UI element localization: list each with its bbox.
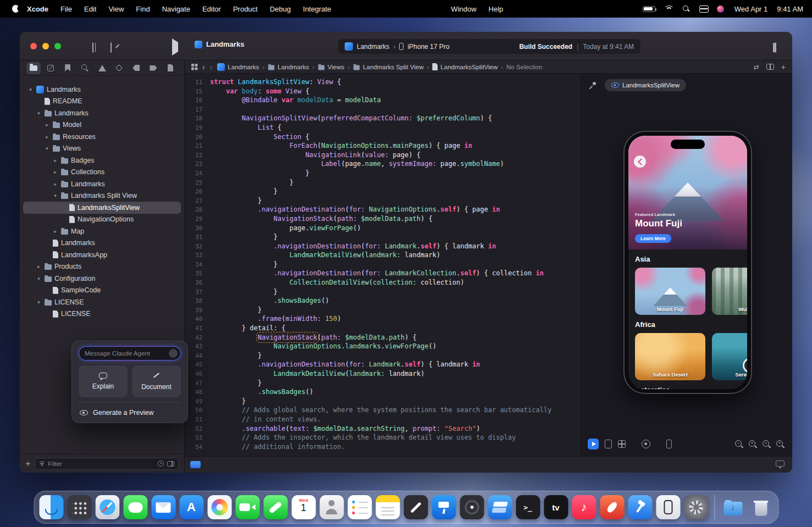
- line-number[interactable]: 53: [185, 433, 210, 442]
- line-number[interactable]: 25: [185, 178, 210, 187]
- forward-button[interactable]: ›: [210, 63, 213, 71]
- code-line-43[interactable]: 43 NavigationOptions.landmarks.viewForPa…: [185, 342, 581, 351]
- control-center-icon[interactable]: [699, 5, 708, 13]
- disclosure-triangle[interactable]: ▸: [36, 264, 42, 269]
- line-number[interactable]: 38: [185, 296, 210, 306]
- add-editor-icon[interactable]: +: [781, 63, 786, 71]
- navigator-item-landmarkssplitview[interactable]: LandmarksSplitView: [23, 202, 181, 214]
- code-line-50[interactable]: 50 // Adds global search, where the syst…: [185, 406, 581, 415]
- line-number[interactable]: 54: [185, 442, 210, 452]
- navigator-item-collections[interactable]: ▸Collections: [23, 167, 181, 179]
- disclosure-triangle[interactable]: ▸: [52, 181, 58, 187]
- code-line-23[interactable]: 23 Label(page.name, systemImage: page.sy…: [185, 159, 581, 169]
- menu-navigate[interactable]: Navigate: [162, 5, 190, 13]
- navigator-item-readme[interactable]: README: [23, 96, 181, 108]
- menu-edit[interactable]: Edit: [84, 5, 96, 13]
- navigator-tab-reports[interactable]: [163, 62, 178, 74]
- dock-messages-icon[interactable]: [123, 495, 147, 519]
- scheme-name[interactable]: Landmarks: [357, 43, 389, 51]
- navigator-item-landmarks[interactable]: ▾Landmarks: [23, 107, 181, 119]
- featured-landmark-hero[interactable]: Featured Landmark Mount Fuji Learn More: [628, 136, 747, 249]
- landmark-card-wuling[interactable]: Wuling: [712, 268, 747, 315]
- code-line-27[interactable]: 27 }: [185, 196, 581, 206]
- navigator-tab-tests[interactable]: [112, 62, 126, 74]
- code-line-11[interactable]: 11struct LandmarksSplitView: View {: [185, 77, 581, 87]
- disclosure-triangle[interactable]: ▾: [36, 299, 42, 305]
- navigator-item-navigationoptions[interactable]: NavigationOptions: [23, 214, 181, 226]
- navigator-item-landmarks[interactable]: Landmarks: [23, 237, 181, 249]
- editor-options-icon[interactable]: [111, 42, 112, 53]
- spotlight-icon[interactable]: [683, 5, 690, 13]
- zoom-out-icon[interactable]: −: [734, 440, 744, 450]
- code-line-37[interactable]: 37 }: [185, 287, 581, 297]
- code-line-31[interactable]: 31 }: [185, 232, 581, 242]
- disclosure-triangle[interactable]: ▸: [52, 158, 58, 163]
- code-line-28[interactable]: 28 .navigationDestination(for: Navigatio…: [185, 205, 581, 214]
- back-button[interactable]: ‹: [202, 63, 205, 71]
- jumpbar-crumb-views[interactable]: Views: [318, 64, 344, 70]
- dock-mail-icon[interactable]: [151, 495, 175, 519]
- source-editor[interactable]: 11struct LandmarksSplitView: View {15 va…: [185, 74, 581, 456]
- code-line-48[interactable]: 48 .showsBadges(): [185, 387, 581, 397]
- code-line-15[interactable]: 15 var body: some View {: [185, 87, 581, 96]
- preview-target-badge[interactable]: LandmarksSplitView: [605, 79, 686, 91]
- preview-selectable-icon[interactable]: [605, 440, 612, 448]
- code-line-46[interactable]: 46 LandmarkDetailView(landmark: landmark…: [185, 369, 581, 379]
- menu-help[interactable]: Help: [489, 5, 504, 13]
- document-button[interactable]: Document: [132, 365, 181, 397]
- dock-facetime-icon[interactable]: [235, 495, 259, 519]
- navigator-item-products[interactable]: ▸Products: [23, 261, 181, 273]
- code-review-icon[interactable]: ⇄: [754, 63, 759, 71]
- dock-app-store-icon[interactable]: [179, 495, 203, 519]
- dock-gauge-icon[interactable]: [460, 495, 484, 519]
- siri-icon[interactable]: [717, 5, 724, 13]
- line-number[interactable]: 39: [185, 306, 210, 315]
- color-scheme-variants-icon[interactable]: [642, 440, 650, 448]
- line-number[interactable]: 32: [185, 242, 210, 251]
- line-number[interactable]: 31: [185, 232, 210, 242]
- dock-trash-icon[interactable]: [749, 495, 773, 519]
- menu-time[interactable]: 9:41 AM: [777, 5, 803, 13]
- navigator-item-views[interactable]: ▾Views: [23, 143, 181, 155]
- line-number[interactable]: 20: [185, 132, 210, 142]
- live-preview-button[interactable]: [588, 439, 599, 450]
- display-icon[interactable]: [776, 461, 785, 467]
- line-number[interactable]: 41: [185, 324, 210, 333]
- jumpbar-crumb-no-selection[interactable]: No Selection: [506, 64, 542, 70]
- code-line-36[interactable]: 36 CollectionDetailView(collection: coll…: [185, 278, 581, 287]
- dock-iphone-mirroring-icon[interactable]: [656, 495, 680, 519]
- line-number[interactable]: 16: [185, 96, 210, 105]
- menu-find[interactable]: Find: [136, 5, 150, 13]
- sccm-filter-icon[interactable]: [167, 461, 174, 467]
- line-number[interactable]: 29: [185, 214, 210, 224]
- line-number[interactable]: 30: [185, 224, 210, 233]
- line-number[interactable]: 36: [185, 278, 210, 287]
- wifi-icon[interactable]: [665, 5, 673, 12]
- menu-window[interactable]: Window: [451, 5, 476, 13]
- disclosure-triangle[interactable]: ▾: [52, 193, 58, 198]
- dock-xcode-icon[interactable]: [628, 495, 652, 519]
- disclosure-triangle[interactable]: ▾: [44, 146, 50, 151]
- dock-freeform-icon[interactable]: [404, 495, 428, 519]
- code-line-54[interactable]: 54 // additional information.: [185, 442, 581, 452]
- line-number[interactable]: 50: [185, 406, 210, 415]
- zoom-button[interactable]: [54, 43, 61, 49]
- navigator-tab-project[interactable]: [26, 62, 41, 74]
- navigator-item-samplecode[interactable]: SampleCode: [23, 285, 181, 297]
- dock-terminal-icon[interactable]: [516, 495, 540, 519]
- code-line-21[interactable]: 21 ForEach(NavigationOptions.mainPages) …: [185, 141, 581, 151]
- line-number[interactable]: 46: [185, 369, 210, 379]
- line-number[interactable]: 11: [185, 77, 210, 87]
- code-line-34[interactable]: 34 }: [185, 260, 581, 269]
- code-line-40[interactable]: 40 .frame(minWidth: 150): [185, 314, 581, 324]
- disclosure-triangle[interactable]: ▾: [27, 87, 34, 92]
- agent-send-icon[interactable]: [169, 349, 178, 358]
- dock-photos-icon[interactable]: [207, 495, 231, 519]
- jumpbar-crumb-landmarks-split-view[interactable]: Landmarks Split View: [353, 64, 423, 70]
- variants-grid-icon[interactable]: [618, 440, 626, 448]
- line-number[interactable]: 24: [185, 169, 210, 178]
- editor-adjust-icon[interactable]: [190, 461, 201, 468]
- dock-music-icon[interactable]: [572, 495, 596, 519]
- menu-editor[interactable]: Editor: [202, 5, 221, 13]
- navigator-tab-changes[interactable]: [43, 62, 58, 74]
